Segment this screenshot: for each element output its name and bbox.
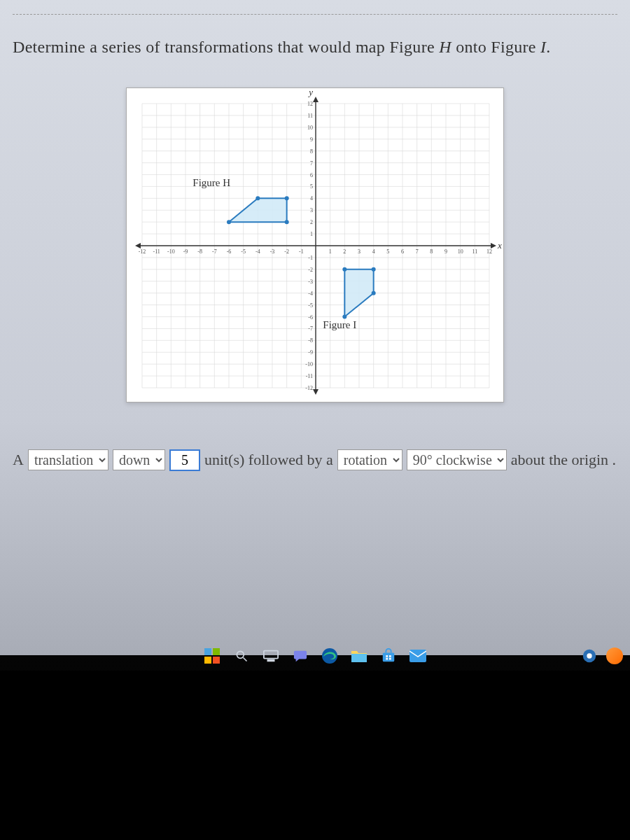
svg-text:-7: -7 — [212, 248, 217, 255]
svg-text:-11: -11 — [153, 248, 160, 255]
edge-icon[interactable] — [320, 646, 340, 666]
svg-text:-8: -8 — [197, 248, 202, 255]
svg-point-112 — [342, 315, 346, 319]
svg-text:2: 2 — [310, 219, 313, 225]
svg-text:1: 1 — [310, 231, 313, 237]
direction-select[interactable]: down — [113, 449, 165, 470]
settings-icon[interactable] — [580, 646, 599, 666]
svg-text:8: 8 — [310, 148, 313, 155]
windows-taskbar — [0, 641, 630, 671]
file-explorer-icon[interactable] — [349, 646, 369, 666]
svg-rect-124 — [383, 652, 395, 662]
svg-text:-12: -12 — [305, 385, 313, 391]
svg-text:-9: -9 — [183, 248, 188, 255]
svg-point-115 — [372, 291, 376, 295]
units-input[interactable] — [169, 449, 200, 471]
svg-text:-5: -5 — [241, 248, 246, 255]
svg-rect-126 — [389, 655, 391, 657]
svg-text:-10: -10 — [167, 248, 175, 255]
svg-text:-6: -6 — [308, 314, 313, 321]
windows-start-icon[interactable] — [202, 646, 222, 666]
svg-point-118 — [237, 651, 244, 658]
svg-rect-121 — [267, 660, 274, 662]
svg-text:10: 10 — [458, 248, 463, 255]
transformation-type-2-select[interactable]: rotation — [337, 449, 402, 470]
svg-text:-11: -11 — [306, 373, 313, 379]
q-mid: onto Figure — [451, 38, 540, 56]
coordinate-plane: xy-12-11-10-9-8-7-6-5-4-3-2-112345678910… — [126, 88, 504, 402]
svg-text:1: 1 — [329, 248, 332, 255]
svg-point-110 — [255, 196, 260, 200]
svg-text:-10: -10 — [305, 361, 313, 368]
svg-line-119 — [244, 658, 247, 662]
transformation-type-1-select[interactable]: translation — [28, 449, 108, 470]
svg-text:-4: -4 — [255, 248, 260, 255]
svg-text:2: 2 — [343, 248, 346, 255]
about-origin-text: about the origin . — [511, 444, 616, 475]
svg-text:-8: -8 — [308, 337, 313, 344]
svg-point-114 — [372, 267, 376, 272]
svg-text:-1: -1 — [308, 255, 313, 261]
snip-tool-icon[interactable] — [606, 648, 623, 664]
svg-text:y: y — [307, 88, 313, 97]
q-suffix: . — [546, 38, 550, 56]
svg-text:4: 4 — [310, 195, 313, 202]
svg-text:3: 3 — [310, 207, 313, 214]
svg-point-113 — [342, 267, 346, 272]
svg-text:-1: -1 — [299, 248, 304, 255]
page-divider — [13, 14, 617, 15]
svg-text:11: 11 — [307, 113, 313, 119]
svg-text:-6: -6 — [227, 248, 232, 255]
svg-point-131 — [587, 653, 592, 658]
svg-rect-129 — [410, 650, 426, 662]
q-figH: H — [439, 38, 451, 56]
svg-text:-3: -3 — [308, 279, 313, 285]
q-prefix: Determine a series of transformations th… — [13, 38, 439, 56]
svg-text:9: 9 — [310, 136, 313, 143]
svg-marker-54 — [313, 97, 318, 102]
svg-text:11: 11 — [472, 248, 477, 255]
svg-marker-53 — [135, 243, 141, 248]
svg-rect-120 — [264, 651, 278, 659]
svg-text:Figure I: Figure I — [323, 319, 356, 330]
svg-text:6: 6 — [310, 172, 313, 178]
svg-text:x: x — [497, 240, 502, 251]
svg-text:12: 12 — [307, 101, 313, 107]
svg-text:-9: -9 — [308, 349, 313, 356]
task-view-icon[interactable] — [261, 646, 281, 666]
svg-point-108 — [285, 220, 289, 224]
svg-rect-128 — [389, 658, 391, 660]
chat-icon[interactable] — [290, 646, 310, 666]
svg-rect-127 — [386, 658, 388, 660]
svg-marker-55 — [313, 389, 318, 395]
svg-text:-2: -2 — [284, 248, 289, 255]
svg-rect-123 — [351, 654, 367, 662]
svg-text:-4: -4 — [308, 290, 313, 297]
screen-bezel — [0, 671, 630, 840]
units-followed-text: unit(s) followed by a — [204, 444, 333, 475]
rotation-amount-select[interactable]: 90° clockwise — [407, 449, 507, 470]
svg-marker-52 — [491, 243, 496, 248]
svg-text:6: 6 — [401, 248, 404, 255]
svg-text:-12: -12 — [139, 248, 146, 255]
svg-text:7: 7 — [416, 248, 419, 255]
store-icon[interactable] — [379, 646, 398, 666]
mail-icon[interactable] — [408, 646, 428, 666]
svg-point-107 — [227, 220, 231, 224]
svg-text:8: 8 — [430, 248, 433, 255]
answer-A: A — [13, 444, 24, 475]
svg-text:5: 5 — [310, 183, 313, 190]
search-icon[interactable] — [232, 646, 251, 666]
svg-text:-3: -3 — [270, 248, 275, 255]
svg-text:4: 4 — [372, 248, 375, 255]
answer-sentence: A translation down unit(s) followed by a… — [13, 444, 617, 475]
svg-text:9: 9 — [444, 248, 447, 255]
svg-text:5: 5 — [386, 248, 389, 255]
svg-text:3: 3 — [358, 248, 360, 255]
svg-rect-125 — [386, 655, 388, 657]
svg-point-109 — [285, 196, 289, 200]
svg-text:Figure H: Figure H — [192, 177, 230, 188]
svg-text:-7: -7 — [308, 326, 313, 332]
svg-text:-2: -2 — [308, 267, 313, 273]
svg-text:-5: -5 — [308, 302, 313, 309]
